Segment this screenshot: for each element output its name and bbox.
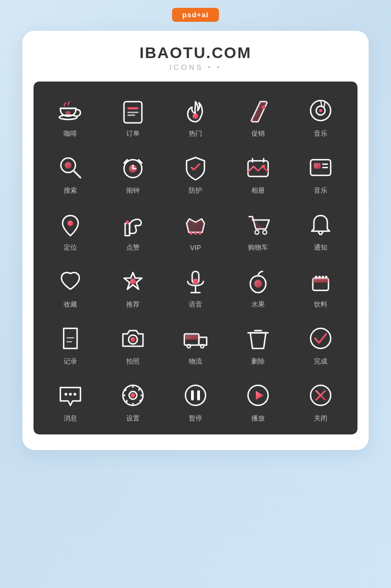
notify-label: 通知 bbox=[314, 243, 327, 252]
location-icon[interactable]: 定位 bbox=[39, 201, 102, 258]
main-card: IBAOTU.COM ICONS bbox=[22, 31, 369, 450]
svg-rect-50 bbox=[313, 278, 328, 283]
voice-label: 语音 bbox=[189, 300, 202, 309]
shield-label: 防护 bbox=[189, 186, 202, 195]
drink-icon[interactable]: 饮料 bbox=[289, 258, 352, 315]
hot-label: 热门 bbox=[189, 129, 202, 138]
svg-point-10 bbox=[319, 109, 322, 112]
svg-point-62 bbox=[65, 393, 68, 396]
svg-point-55 bbox=[187, 345, 190, 348]
svg-point-23 bbox=[262, 165, 265, 168]
svg-rect-4 bbox=[127, 112, 139, 113]
favorite-label: 收藏 bbox=[64, 300, 77, 309]
play-label: 播放 bbox=[251, 414, 265, 423]
album-label: 相册 bbox=[251, 186, 265, 195]
logistics-icon[interactable]: 物流 bbox=[164, 315, 227, 372]
vip-icon[interactable]: VIP bbox=[164, 201, 227, 258]
alarm-icon[interactable]: 闹钟 bbox=[102, 144, 164, 201]
svg-line-12 bbox=[324, 102, 325, 107]
order-label: 订单 bbox=[126, 129, 140, 138]
recommend-icon[interactable]: 推荐 bbox=[102, 258, 164, 315]
svg-point-52 bbox=[131, 337, 135, 342]
like-label: 点赞 bbox=[126, 243, 140, 252]
message-icon[interactable]: 消息 bbox=[39, 372, 102, 429]
search-label: 搜索 bbox=[64, 186, 77, 195]
svg-point-36 bbox=[263, 231, 267, 235]
music2-icon[interactable]: 音乐 bbox=[289, 144, 352, 201]
play-icon[interactable]: 播放 bbox=[227, 372, 289, 429]
cart-icon[interactable]: 购物车 bbox=[227, 201, 289, 258]
svg-point-35 bbox=[255, 231, 259, 235]
music-label: 音乐 bbox=[314, 129, 327, 138]
svg-point-30 bbox=[68, 221, 73, 226]
delete-label: 删除 bbox=[251, 357, 265, 366]
svg-rect-70 bbox=[197, 390, 200, 400]
card-subtitle: ICONS bbox=[34, 63, 357, 71]
svg-rect-5 bbox=[127, 114, 135, 116]
svg-point-56 bbox=[201, 345, 204, 348]
svg-rect-69 bbox=[191, 390, 194, 400]
voice-icon[interactable]: 语音 bbox=[164, 258, 227, 315]
coffee-icon[interactable]: 咖啡 bbox=[39, 87, 102, 144]
search-icon[interactable]: 搜索 bbox=[39, 144, 102, 201]
fruit-icon[interactable]: 水果 bbox=[227, 258, 289, 315]
album-icon[interactable]: 相册 bbox=[227, 144, 289, 201]
cart-label: 购物车 bbox=[248, 243, 268, 252]
like-icon[interactable]: 点赞 bbox=[102, 201, 164, 258]
recommend-label: 推荐 bbox=[126, 300, 140, 309]
svg-point-63 bbox=[69, 393, 72, 396]
record-icon[interactable]: 记录 bbox=[39, 315, 102, 372]
logistics-label: 物流 bbox=[189, 357, 202, 366]
svg-point-34 bbox=[199, 232, 202, 235]
alarm-label: 闹钟 bbox=[126, 186, 140, 195]
drink-label: 饮料 bbox=[314, 300, 327, 309]
svg-point-61 bbox=[311, 328, 331, 348]
done-label: 完成 bbox=[314, 357, 327, 366]
sale-label: 促销 bbox=[251, 129, 265, 138]
music-icon[interactable]: 音乐 bbox=[289, 87, 352, 144]
svg-point-6 bbox=[193, 113, 198, 119]
svg-point-14 bbox=[65, 162, 71, 169]
vip-label: VIP bbox=[190, 244, 201, 252]
close-icon[interactable]: 关闭 bbox=[289, 372, 352, 429]
svg-rect-3 bbox=[127, 107, 139, 109]
settings-icon[interactable]: 设置 bbox=[102, 372, 164, 429]
site-title: IBAOTU.COM bbox=[34, 44, 357, 62]
done-icon[interactable]: 完成 bbox=[289, 315, 352, 372]
music2-label: 音乐 bbox=[314, 186, 327, 195]
svg-rect-27 bbox=[314, 163, 321, 169]
close-label: 关闭 bbox=[314, 414, 327, 423]
pause-icon[interactable]: 暂停 bbox=[164, 372, 227, 429]
coffee-label: 咖啡 bbox=[64, 129, 77, 138]
svg-point-44 bbox=[254, 280, 262, 288]
favorite-icon[interactable]: 收藏 bbox=[39, 258, 102, 315]
svg-point-31 bbox=[126, 221, 129, 224]
notify-icon[interactable]: 通知 bbox=[289, 201, 352, 258]
fruit-label: 水果 bbox=[251, 300, 265, 309]
svg-point-1 bbox=[65, 111, 71, 114]
svg-point-32 bbox=[190, 232, 193, 235]
svg-rect-54 bbox=[185, 335, 198, 340]
svg-point-7 bbox=[262, 106, 265, 109]
svg-point-64 bbox=[74, 393, 77, 396]
camera-icon[interactable]: 拍照 bbox=[102, 315, 164, 372]
location-label: 定位 bbox=[64, 243, 77, 252]
pause-label: 暂停 bbox=[189, 414, 202, 423]
svg-point-33 bbox=[194, 232, 197, 235]
svg-line-11 bbox=[321, 101, 322, 106]
delete-icon[interactable]: 删除 bbox=[227, 315, 289, 372]
svg-point-41 bbox=[193, 279, 198, 284]
hot-icon[interactable]: 热门 bbox=[164, 87, 227, 144]
sale-icon[interactable]: 促销 bbox=[227, 87, 289, 144]
order-icon[interactable]: 订单 bbox=[102, 87, 164, 144]
record-label: 记录 bbox=[64, 357, 77, 366]
svg-line-15 bbox=[74, 171, 80, 178]
svg-point-68 bbox=[185, 385, 206, 405]
icon-grid: 咖啡 订单 bbox=[39, 87, 352, 429]
message-label: 消息 bbox=[64, 414, 77, 423]
camera-label: 拍照 bbox=[126, 357, 140, 366]
shield-icon[interactable]: 防护 bbox=[164, 144, 227, 201]
svg-point-67 bbox=[131, 393, 135, 398]
svg-point-39 bbox=[130, 279, 136, 284]
format-badge: psd+ai bbox=[172, 8, 219, 22]
